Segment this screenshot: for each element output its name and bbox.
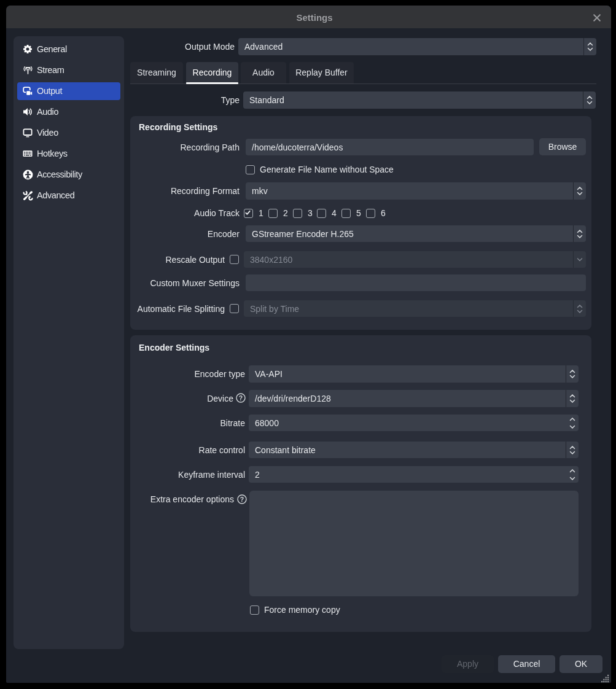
svg-text:?: ? [239,394,243,402]
svg-text:?: ? [240,496,244,503]
